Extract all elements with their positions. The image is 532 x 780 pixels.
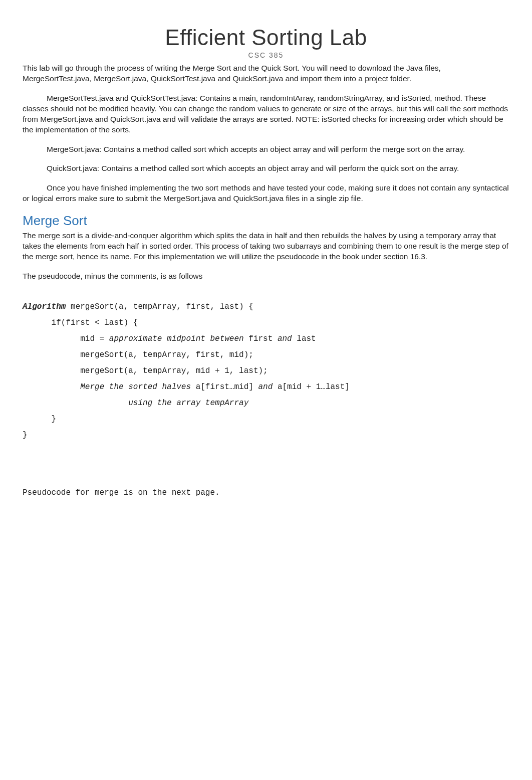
- page-title: Efficient Sorting Lab: [23, 25, 509, 50]
- code-line-1b: mergeSort(a, tempArray, first, last) {: [66, 302, 253, 311]
- code-line-3a: mid =: [23, 334, 109, 343]
- merge-sort-description: The merge sort is a divide-and-conquer a…: [23, 231, 509, 262]
- pseudocode-intro: The pseudocode, minus the comments, is a…: [23, 271, 509, 282]
- code-line-2: if(first < last) {: [23, 318, 138, 327]
- paragraph-submission: Once you have finished implementing the …: [23, 183, 509, 204]
- code-line-6d: and: [253, 382, 278, 392]
- code-line-7: using the array tempArray: [23, 399, 248, 408]
- code-line-8: }: [23, 415, 56, 424]
- code-line-6b: Merge the sorted halves: [80, 382, 195, 392]
- code-line-9: }: [23, 431, 28, 440]
- footnote-next-page: Pseudocode for merge is on the next page…: [23, 488, 509, 497]
- code-line-6e: a[mid + 1…last]: [278, 382, 350, 392]
- code-line-3d: and: [273, 334, 297, 343]
- code-line-3e: last: [297, 334, 316, 343]
- code-line-3b: approximate midpoint between: [109, 334, 248, 343]
- code-line-4: mergeSort(a, tempArray, first, mid);: [23, 350, 253, 359]
- intro-paragraph: This lab will go through the process of …: [23, 63, 509, 84]
- code-line-6c: a[first…mid]: [196, 382, 253, 392]
- paragraph-mergesort-file: MergeSort.java: Contains a method called…: [23, 144, 509, 155]
- code-line-6a: [23, 382, 80, 392]
- paragraph-quicksort-file: QuickSort.java: Contains a method called…: [23, 163, 509, 174]
- code-line-5: mergeSort(a, tempArray, mid + 1, last);: [23, 366, 268, 375]
- course-code: CSC 385: [23, 51, 509, 59]
- paragraph-testfiles: MergeSortTest.java and QuickSortTest.jav…: [23, 93, 509, 135]
- merge-sort-heading: Merge Sort: [23, 213, 509, 229]
- pseudocode-block: Algorithm mergeSort(a, tempArray, first,…: [23, 299, 509, 443]
- code-keyword-algorithm: Algorithm: [23, 302, 66, 311]
- code-line-3c: first: [248, 334, 273, 343]
